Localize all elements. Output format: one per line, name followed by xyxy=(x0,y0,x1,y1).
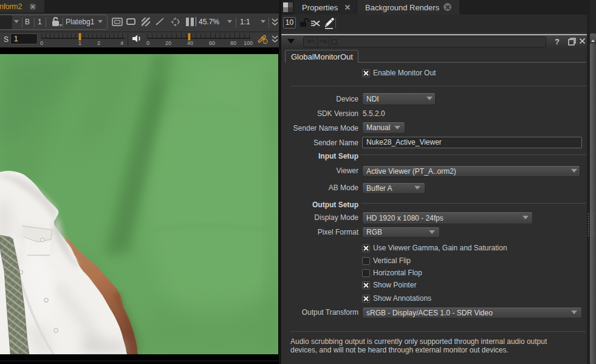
svg-text:i: i xyxy=(264,39,265,43)
